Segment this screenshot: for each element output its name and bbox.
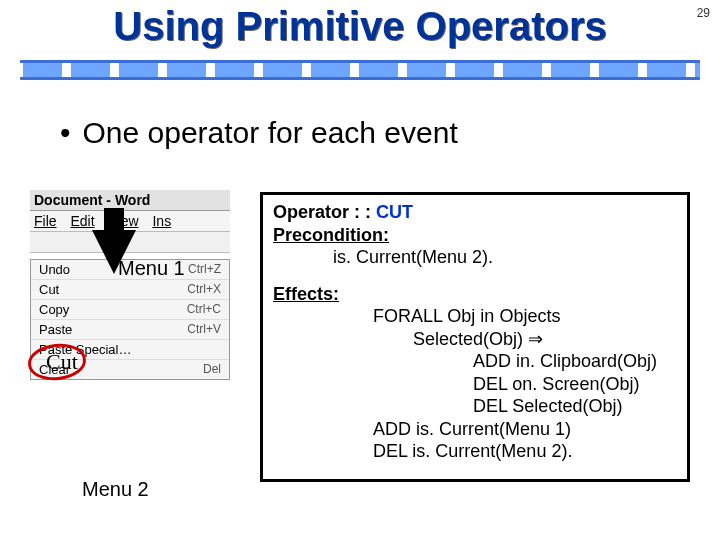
menu-file[interactable]: File [34,213,57,229]
bullet-text: One operator for each event [83,116,458,149]
mi-key: Del [203,362,221,377]
eff-line-2: ADD in. Clipboard(Obj) [473,350,677,373]
mi-label: Copy [39,302,69,317]
operator-name: CUT [376,202,413,222]
precondition-clause: is. Current(Menu 2). [333,246,677,269]
eff-line-4: DEL Selected(Obj) [473,395,677,418]
eff-line-5: ADD is. Current(Menu 1) [373,418,677,441]
effects-label: Effects: [273,283,677,306]
eff-line-3: DEL on. Screen(Obj) [473,373,677,396]
operator-header: Operator : : [273,202,371,222]
label-menu2: Menu 2 [82,478,149,501]
menu-item-cut[interactable]: CutCtrl+X [31,279,229,299]
mi-key: Ctrl+C [187,302,221,317]
eff-line-1: Selected(Obj) ⇒ [413,328,677,351]
bullet-dot: • [60,116,71,149]
cut-overlay-label: Cut [46,349,78,375]
operator-header-line: Operator : : CUT [273,201,677,224]
precondition-label: Precondition: [273,224,677,247]
mi-key: Ctrl+Z [188,262,221,277]
eff-line-0: FORALL Obj in Objects [373,305,677,328]
menu-edit[interactable]: Edit [70,213,94,229]
mi-label: Paste [39,322,72,337]
title-underline [20,60,700,80]
bullet-main: •One operator for each event [60,116,458,150]
slide-title: Using Primitive Operators [0,4,720,49]
word-menubar: File Edit View Ins [30,211,230,232]
menu-ins[interactable]: Ins [152,213,171,229]
operator-box: Operator : : CUT Precondition: is. Curre… [260,192,690,482]
menu-item-paste[interactable]: PasteCtrl+V [31,319,229,339]
mi-key: Ctrl+X [187,282,221,297]
label-menu1: Menu 1 [118,257,185,280]
word-titlebar: Document - Word [30,190,230,211]
mi-key: Ctrl+V [187,322,221,337]
mi-label: Cut [39,282,59,297]
menu-item-copy[interactable]: CopyCtrl+C [31,299,229,319]
mi-label: Undo [39,262,70,277]
eff-line-6: DEL is. Current(Menu 2). [373,440,677,463]
